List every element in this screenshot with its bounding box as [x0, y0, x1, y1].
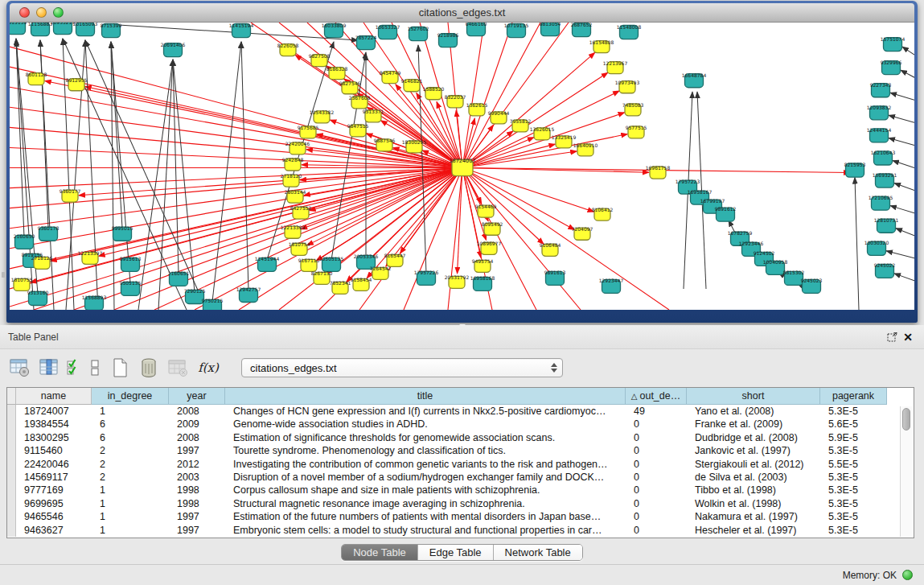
table-row[interactable]: 1830029562008Estimation of significance … [7, 431, 914, 444]
network-edge[interactable] [890, 93, 914, 100]
network-edge[interactable] [10, 87, 462, 167]
network-edge[interactable] [855, 178, 859, 310]
scrollbar-thumb[interactable] [902, 408, 910, 431]
network-node[interactable]: 11415194 [229, 23, 254, 38]
network-node[interactable]: 9495754 [472, 258, 494, 272]
network-node[interactable]: 9146821 [401, 78, 423, 92]
network-node[interactable]: 9313159 [10, 23, 27, 35]
network-edge[interactable] [893, 160, 914, 167]
network-edge[interactable] [10, 168, 462, 188]
network-node[interactable]: 2367608 [349, 95, 371, 109]
network-node[interactable]: 9891612 [715, 206, 737, 221]
network-node[interactable]: 10653327 [376, 24, 400, 39]
table-row[interactable]: 977716911998Corpus callosum shape and si… [7, 484, 914, 496]
network-node[interactable]: 11548008 [617, 24, 642, 39]
network-node[interactable]: 9245023 [801, 278, 823, 293]
network-node[interactable]: 9242848 [282, 157, 304, 171]
network-node[interactable]: 11568893 [82, 295, 107, 310]
table-selector-dropdown[interactable]: citations_edges.txt [241, 358, 563, 377]
network-node[interactable]: 2160650 [14, 233, 35, 249]
column-header-out_degree[interactable]: △out_de… [626, 388, 687, 405]
network-node[interactable]: 16961758 [646, 165, 671, 179]
network-node[interactable]: 1362615 [466, 102, 488, 116]
network-node[interactable]: 8106412 [592, 207, 614, 220]
network-node[interactable]: 7264542 [370, 266, 392, 279]
column-header-title[interactable]: title [225, 388, 626, 405]
network-node[interactable]: 8322037 [445, 94, 466, 108]
network-node[interactable]: 9154469 [475, 204, 497, 217]
show-column-icon[interactable] [37, 356, 61, 380]
network-node[interactable]: 16640910 [573, 142, 598, 156]
network-node[interactable]: 1527602 [408, 26, 429, 41]
network-node[interactable]: 12093832 [867, 105, 892, 120]
network-node[interactable]: 8165447 [384, 253, 406, 266]
function-builder-icon[interactable]: f(x) [195, 360, 222, 375]
network-node[interactable]: 16935219 [51, 23, 76, 35]
network-node[interactable]: 9891613 [544, 270, 566, 285]
network-node[interactable]: 12213967 [603, 60, 628, 74]
network-edge[interactable] [85, 40, 207, 310]
network-edge[interactable] [462, 168, 669, 310]
network-node[interactable]: 8601128 [26, 72, 47, 85]
network-node[interactable]: 9313160 [27, 290, 49, 305]
table-row[interactable]: 2242004622012Investigating the contribut… [7, 458, 914, 471]
network-node[interactable]: 8715399 [101, 23, 122, 38]
network-node[interactable]: 9505135 [120, 280, 142, 295]
close-window-button[interactable] [19, 7, 30, 18]
network-node[interactable]: 10719135 [504, 23, 529, 38]
network-node[interactable]: 9175685 [298, 125, 319, 138]
network-edge[interactable] [889, 115, 914, 122]
network-node[interactable]: 8427552 [290, 205, 312, 219]
import-table-icon[interactable] [166, 356, 190, 380]
network-node[interactable]: 9218986 [437, 32, 459, 47]
network-node[interactable]: 7955812 [510, 118, 532, 132]
network-node[interactable]: 8915613 [120, 256, 142, 271]
network-node[interactable]: 9750215 [202, 298, 224, 310]
network-node[interactable]: 2718126 [31, 255, 53, 269]
minimize-window-button[interactable] [36, 7, 47, 18]
network-edge[interactable] [901, 70, 914, 77]
memory-status-indicator[interactable] [902, 570, 913, 580]
network-node[interactable]: 9827508 [309, 53, 331, 67]
tab-edge-table[interactable]: Edge Table [418, 545, 494, 560]
network-node[interactable]: 12810731 [874, 217, 899, 233]
network-node[interactable]: 9167110 [298, 257, 320, 271]
tab-network-table[interactable]: Network Table [494, 545, 582, 560]
float-panel-icon[interactable] [884, 330, 900, 344]
table-row[interactable]: 1456911722003Disruption of a novel membe… [7, 471, 914, 484]
network-node[interactable]: 12923447 [599, 278, 624, 293]
table-settings-icon[interactable] [8, 356, 32, 380]
network-node[interactable]: 9360177 [60, 188, 81, 202]
network-edge[interactable] [40, 40, 48, 228]
network-node[interactable]: 13505135 [319, 256, 344, 271]
network-node[interactable]: 8995015 [112, 225, 133, 241]
column-header-year[interactable]: year [169, 388, 225, 405]
network-node[interactable]: 10543382 [310, 109, 335, 123]
network-graph[interactable]: 9313159111568831693521920165093871539920… [10, 23, 914, 310]
table-row[interactable]: 969969511998Structural magnetic resonanc… [7, 497, 914, 510]
network-node[interactable]: 16648784 [682, 72, 707, 88]
row-height-icon[interactable] [87, 356, 103, 380]
network-node[interactable]: 1588520 [423, 86, 445, 100]
network-node[interactable]: 8095492 [482, 221, 503, 235]
network-edge[interactable] [241, 42, 248, 290]
network-node[interactable]: 16210643 [871, 150, 896, 165]
network-node[interactable]: 7852341 [330, 280, 351, 294]
network-node[interactable]: 16033809 [322, 23, 347, 38]
network-node[interactable]: 9847515 [347, 123, 369, 137]
network-node[interactable]: 9827546 [339, 80, 361, 94]
close-panel-icon[interactable]: ✕ [900, 330, 916, 344]
network-node[interactable]: 1810755 [11, 277, 33, 290]
network-edge[interactable] [894, 274, 914, 281]
network-node[interactable]: 9360178 [38, 225, 60, 241]
network-node[interactable]: 20531792 [445, 274, 470, 288]
network-edge[interactable] [462, 23, 540, 168]
column-checklist-icon[interactable] [66, 356, 82, 380]
network-node[interactable]: 11156883 [28, 23, 53, 36]
network-node[interactable]: 20691406 [161, 42, 186, 57]
column-header-name[interactable]: name [16, 388, 92, 405]
network-node[interactable]: 9990444 [488, 110, 510, 124]
column-header-short[interactable]: short [687, 388, 820, 405]
network-node[interactable]: 8226058 [277, 43, 299, 56]
network-node[interactable]: 15751074 [881, 36, 906, 51]
